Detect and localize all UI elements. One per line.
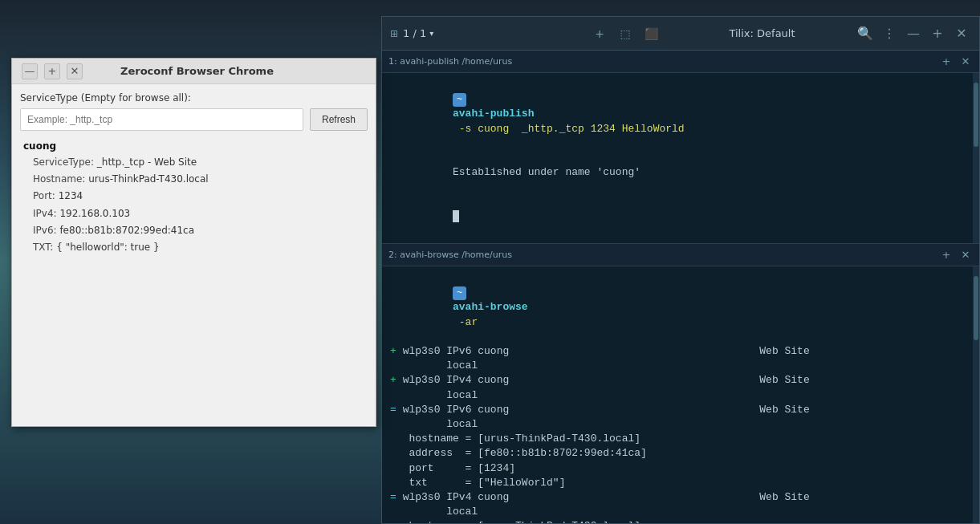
service-tree: cuong ServiceType: _http._tcp - Web Site… <box>20 140 368 255</box>
pane2-line13: hostname = [urus-ThinkPad-T430.local] <box>390 519 971 523</box>
zeroconf-close-button[interactable]: ✕ <box>67 63 83 79</box>
minimize-button[interactable]: — <box>904 24 923 43</box>
pane2-scrollbar-thumb <box>974 276 978 340</box>
terminal-pane-1: 1: avahi-publish /home/urus + ✕ ~ avahi-… <box>382 51 979 244</box>
pane1-line1: ~ avahi-publish -s cuong _http._tcp 1234… <box>390 78 971 151</box>
menu-button[interactable]: ⋮ <box>880 24 899 43</box>
tilix-window: ⊞ 1 / 1 ▾ + ⬚ ⬛ Tilix: Default 🔍 ⋮ — + ✕… <box>381 16 980 524</box>
pane2-line5: = wlp3s0 IPv6 cuong Web Site <box>390 403 971 417</box>
pane1-header-label: 1: avahi-publish /home/urus <box>388 56 939 67</box>
pane2-content[interactable]: ~ avahi-browse -ar + wlp3s0 IPv6 cuong W… <box>382 266 979 523</box>
zeroconf-titlebar: — + ✕ Zeroconf Browser Chrome <box>12 59 376 84</box>
tilix-window-buttons: 🔍 ⋮ — + ✕ <box>856 24 971 43</box>
pane2-line8: address = [fe80::b81b:8702:99ed:41ca] <box>390 446 971 461</box>
tree-item: Hostname: urus-ThinkPad-T430.local <box>20 172 368 187</box>
pane2-line9: port = [1234] <box>390 461 971 476</box>
pane1-prompt: ~ <box>453 93 466 107</box>
tree-item: IPv6: fe80::b81b:8702:99ed:41ca <box>20 223 368 238</box>
terminal-icon: ⊞ <box>390 28 398 39</box>
tree-item: IPv4: 192.168.0.103 <box>20 206 368 221</box>
pane1-header: 1: avahi-publish /home/urus + ✕ <box>382 51 979 73</box>
pane2-close-button[interactable]: ✕ <box>958 248 973 262</box>
pane2-scrollbar[interactable] <box>973 266 979 523</box>
search-button[interactable]: 🔍 <box>856 24 875 43</box>
pane2-prompt: ~ <box>453 286 466 300</box>
pane2-header-buttons: + ✕ <box>939 248 973 262</box>
zeroconf-minimize-button[interactable]: — <box>22 63 38 79</box>
close-button[interactable]: ✕ <box>952 24 971 43</box>
pane1-scrollbar[interactable] <box>973 73 979 243</box>
zeroconf-title: Zeroconf Browser Chrome <box>83 65 311 77</box>
pane2-line7: hostname = [urus-ThinkPad-T430.local] <box>390 432 971 446</box>
pane2-line1: + wlp3s0 IPv6 cuong Web Site <box>390 344 971 359</box>
tree-item: Port: 1234 <box>20 189 368 204</box>
terminal-pane-2: 2: avahi-browse /home/urus + ✕ ~ avahi-b… <box>382 244 979 523</box>
zeroconf-maximize-button[interactable]: + <box>44 63 60 79</box>
tree-item: ServiceType: _http._tcp - Web Site <box>20 155 368 170</box>
tilix-tab-area: 1 / 1 ▾ <box>403 27 590 39</box>
add-pane-horiz-button[interactable]: ⬚ <box>616 24 635 43</box>
pane2-line11: = wlp3s0 IPv4 cuong Web Site <box>390 490 971 505</box>
pane2-line6: local <box>390 417 971 432</box>
tilix-titlebar: ⊞ 1 / 1 ▾ + ⬚ ⬛ Tilix: Default 🔍 ⋮ — + ✕ <box>382 17 979 51</box>
tilix-title: Tilix: Default <box>669 27 856 39</box>
pane2-line4: local <box>390 388 971 403</box>
pane1-header-buttons: + ✕ <box>939 55 973 69</box>
service-type-label: ServiceType (Empty for browse all): <box>20 92 368 104</box>
zeroconf-body: ServiceType (Empty for browse all): Refr… <box>12 84 376 426</box>
maximize-button[interactable]: + <box>928 24 947 43</box>
pane1-line2: Established under name 'cuong' <box>390 151 971 195</box>
service-type-input[interactable] <box>20 108 303 131</box>
pane1-close-button[interactable]: ✕ <box>958 55 973 69</box>
tab-number: 1 / 1 <box>403 27 426 39</box>
pane2-line12: local <box>390 505 971 519</box>
refresh-button[interactable]: Refresh <box>310 108 368 131</box>
tab-dropdown-icon[interactable]: ▾ <box>429 29 433 38</box>
tree-group-name: cuong <box>20 140 368 152</box>
pane1-add-button[interactable]: + <box>939 55 954 69</box>
tree-item: TXT: { "helloworld": true } <box>20 240 368 255</box>
zeroconf-window: — + ✕ Zeroconf Browser Chrome ServiceTyp… <box>11 58 376 427</box>
tab-label[interactable]: 1 / 1 ▾ <box>403 27 433 39</box>
service-type-input-row: Refresh <box>20 108 368 131</box>
pane2-cmd-line: ~ avahi-browse -ar <box>390 271 971 344</box>
pane2-add-button[interactable]: + <box>939 248 954 262</box>
pane2-line2: local <box>390 359 971 373</box>
pane1-scrollbar-thumb <box>974 83 978 147</box>
add-tab-button[interactable]: + <box>590 24 609 43</box>
pane1-cursor <box>390 195 971 239</box>
pane2-line3: + wlp3s0 IPv4 cuong Web Site <box>390 373 971 388</box>
pane1-content[interactable]: ~ avahi-publish -s cuong _http._tcp 1234… <box>382 73 979 243</box>
add-pane-vert-button[interactable]: ⬛ <box>641 24 661 43</box>
pane2-header-label: 2: avahi-browse /home/urus <box>388 250 939 260</box>
pane2-header: 2: avahi-browse /home/urus + ✕ <box>382 244 979 266</box>
tilix-tab-buttons: + ⬚ ⬛ <box>590 24 661 43</box>
pane2-line10: txt = ["HelloWorld"] <box>390 476 971 490</box>
terminal-panes: 1: avahi-publish /home/urus + ✕ ~ avahi-… <box>382 51 979 523</box>
